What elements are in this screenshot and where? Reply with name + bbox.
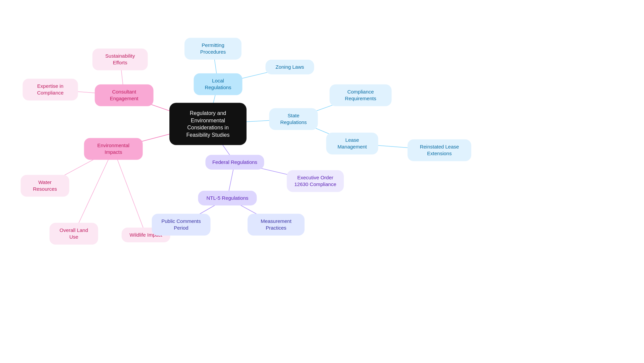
node-local_regulations[interactable]: Local Regulations: [194, 73, 243, 95]
node-public_comments_period[interactable]: Public Comments Period: [152, 214, 211, 236]
node-water_resources[interactable]: Water Resources: [21, 175, 69, 197]
node-expertise_in_compliance[interactable]: Expertise in Compliance: [23, 79, 78, 101]
node-center[interactable]: Regulatory and Environmental Considerati…: [169, 103, 247, 145]
node-lease_management[interactable]: Lease Management: [326, 133, 378, 155]
node-executive_order[interactable]: Executive Order 12630 Compliance: [287, 170, 344, 192]
node-overall_land_use[interactable]: Overall Land Use: [50, 223, 98, 245]
svg-line-9: [113, 149, 146, 235]
node-measurement_practices[interactable]: Measurement Practices: [248, 214, 305, 236]
node-reinstated_lease_extensions[interactable]: Reinstated Lease Extensions: [408, 139, 471, 161]
node-ntl5_regulations[interactable]: NTL-5 Regulations: [198, 191, 257, 205]
node-consultant_engagement[interactable]: Consultant Engagement: [95, 84, 154, 106]
node-zoning_laws[interactable]: Zoning Laws: [266, 60, 314, 74]
node-sustainability_efforts[interactable]: Sustainability Efforts: [93, 49, 148, 70]
node-federal_regulations[interactable]: Federal Regulations: [206, 155, 264, 170]
svg-line-8: [74, 149, 113, 234]
node-permitting_procedures[interactable]: Permitting Procedures: [184, 38, 241, 60]
mindmap-container: Regulatory and Environmental Considerati…: [0, 0, 644, 363]
node-environmental_impacts[interactable]: Environmental Impacts: [84, 138, 143, 160]
node-state_regulations[interactable]: State Regulations: [269, 108, 318, 130]
node-compliance_requirements[interactable]: Compliance Requirements: [330, 84, 392, 106]
